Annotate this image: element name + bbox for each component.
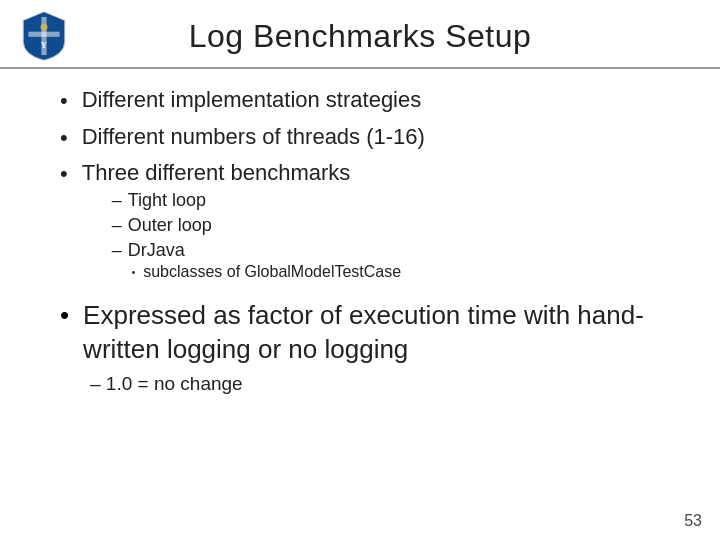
sub-bullet-list: – Tight loop – Outer loop – DrJava [112, 190, 401, 285]
svg-point-2 [41, 24, 48, 31]
bullet-text-1: Different implementation strategies [82, 87, 422, 113]
large-bullet-dot: • [60, 299, 69, 333]
sub-sub-text-1: subclasses of GlobalModelTestCase [143, 263, 401, 281]
bullet-dot-2: • [60, 124, 68, 153]
sub-text-drjava: DrJava [128, 240, 185, 261]
yale-logo: Y [18, 10, 70, 62]
large-bullet-sub: – 1.0 = no change [90, 373, 670, 395]
sub-item-drjava: – DrJava • subclasses of GlobalModelTest… [112, 240, 401, 285]
sub-sub-list: • subclasses of GlobalModelTestCase [132, 263, 401, 281]
bullet-item-1: • Different implementation strategies [60, 87, 670, 116]
sub-item-outer-loop: – Outer loop [112, 215, 401, 236]
bullet-item-2: • Different numbers of threads (1-16) [60, 124, 670, 153]
svg-rect-1 [28, 32, 59, 37]
slide-content: • Different implementation strategies • … [0, 69, 720, 405]
dash-3: – [112, 240, 122, 261]
large-bullet-item: • Expressed as factor of execution time … [60, 299, 670, 367]
large-bullet-text: Expressed as factor of execution time wi… [83, 299, 670, 367]
bullet-dot-1: • [60, 87, 68, 116]
dash-2: – [112, 215, 122, 236]
sub-sub-item-1: • subclasses of GlobalModelTestCase [132, 263, 401, 281]
slide-header: Y Log Benchmarks Setup [0, 0, 720, 69]
bullet-text-3: Three different benchmarks [82, 160, 351, 185]
bullet-item-3: • Three different benchmarks – Tight loo… [60, 160, 670, 291]
main-bullet-list: • Different implementation strategies • … [60, 87, 670, 291]
bullet-text-2: Different numbers of threads (1-16) [82, 124, 425, 150]
dash-1: – [112, 190, 122, 211]
sub-text-tight-loop: Tight loop [128, 190, 206, 211]
sub-text-outer-loop: Outer loop [128, 215, 212, 236]
svg-text:Y: Y [41, 40, 48, 50]
large-sub-text: – 1.0 = no change [90, 373, 243, 394]
slide-title: Log Benchmarks Setup [189, 18, 532, 55]
sub-sub-bullet: • [132, 267, 136, 278]
slide: Y Log Benchmarks Setup • Different imple… [0, 0, 720, 540]
sub-item-tight-loop: – Tight loop [112, 190, 401, 211]
bullet-dot-3: • [60, 160, 68, 189]
page-number: 53 [684, 512, 702, 530]
